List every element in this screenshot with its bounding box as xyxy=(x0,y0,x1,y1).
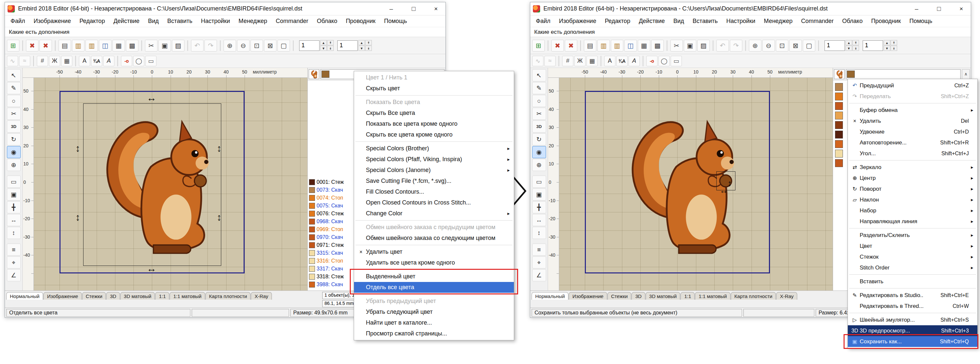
print-icon[interactable]: ▩ xyxy=(126,40,138,52)
thread-color-swatch[interactable] xyxy=(835,93,843,100)
current-color-swatch[interactable] xyxy=(321,71,329,78)
oval-icon[interactable]: ◯ xyxy=(133,56,144,66)
hoop-frame-icon[interactable]: ▢ xyxy=(277,40,290,52)
center-tool-icon[interactable]: ⌖ xyxy=(7,256,21,269)
move-tool-icon[interactable]: ╋ xyxy=(532,201,546,213)
design-thumbnail[interactable] xyxy=(309,69,319,79)
remove-all-stitches-icon[interactable]: ✖ xyxy=(565,40,577,52)
undo-icon[interactable]: ↶ xyxy=(716,40,729,52)
zoom-tool-icon[interactable]: ⊕ xyxy=(7,159,21,171)
rotate-tool-icon[interactable]: ↻ xyxy=(7,133,21,146)
menu-item[interactable]: Буфер обмена ► xyxy=(848,105,977,116)
zoom-all-icon[interactable]: ⊠ xyxy=(264,40,277,52)
grid-settings-icon[interactable]: # xyxy=(37,56,48,66)
menubar-item[interactable]: Облако xyxy=(313,18,342,25)
grid-settings-icon[interactable]: # xyxy=(562,56,573,66)
menubar-item[interactable]: Редактор xyxy=(601,18,635,25)
menubar-item[interactable]: Проводник xyxy=(867,18,905,25)
view-3d-tool-icon[interactable]: 3D xyxy=(7,120,21,133)
design-thumbnail[interactable] xyxy=(834,69,845,79)
view-tab[interactable]: 3D матовый xyxy=(646,292,681,300)
small-o-icon[interactable]: -о xyxy=(121,56,132,66)
addon-menu-item[interactable]: Какие есть дополнения xyxy=(9,29,69,35)
step-down-icon[interactable]: ▼ xyxy=(846,46,852,51)
menu-item[interactable]: Удалить все цвета кроме одного xyxy=(354,257,514,268)
view-tab[interactable]: 3D матовый xyxy=(120,292,155,300)
current-thread-strip[interactable] xyxy=(846,69,961,79)
center-tool-icon[interactable]: ⌖ xyxy=(532,256,546,269)
menubar-item[interactable]: Вставить xyxy=(689,18,722,25)
resize-handle-horizontal-icon[interactable]: ↔ xyxy=(146,264,156,274)
paste-icon[interactable]: ▨ xyxy=(697,40,710,52)
menu-item[interactable]: Убрать следующий цвет xyxy=(354,307,514,317)
design-canvas[interactable]: ↔ ↕ xyxy=(559,78,833,290)
maximize-button[interactable]: □ xyxy=(929,2,948,16)
menubar-item[interactable]: Изображение xyxy=(29,18,75,25)
pointer-tool-icon[interactable]: ↖ xyxy=(7,69,21,81)
pointer-tool-icon[interactable]: ↖ xyxy=(532,69,546,81)
menu-item[interactable]: Обмен швейного заказа с предыдущим цвето… xyxy=(354,222,514,233)
menubar-item[interactable]: Изображение xyxy=(555,18,600,25)
minimize-button[interactable]: – xyxy=(907,2,926,16)
maximize-button[interactable]: □ xyxy=(404,2,423,16)
menu-item[interactable]: Выделенный цвет xyxy=(354,271,514,282)
menu-item[interactable]: Направляющая линия ► xyxy=(848,216,977,227)
jump-first-icon[interactable]: ↟ xyxy=(891,40,897,45)
view-tab[interactable]: Стежки xyxy=(608,292,632,300)
knife-tool-icon[interactable]: ✂ xyxy=(7,108,21,120)
menu-item[interactable]: ▱ Наклон ► xyxy=(848,194,977,205)
minimize-button[interactable]: – xyxy=(382,2,401,16)
menubar-item[interactable]: Помощь xyxy=(905,18,937,25)
menubar-item[interactable]: Редактор xyxy=(75,18,109,25)
menu-item[interactable]: Fill Closed Contours... xyxy=(354,187,514,197)
rect-select-tool-icon[interactable]: ▭ xyxy=(7,176,21,188)
sew-simulator-icon[interactable]: ∿ xyxy=(532,56,543,66)
menu-item[interactable]: Special Colors (Brother) ► xyxy=(354,143,514,154)
zoom-in-icon[interactable]: ⊕ xyxy=(749,40,761,52)
sew-simulator-icon[interactable]: ∿ xyxy=(7,56,18,66)
font-normal-icon[interactable]: А xyxy=(604,56,616,66)
knife-tool-icon[interactable]: ✂ xyxy=(532,108,546,120)
view-tab[interactable]: 3D xyxy=(632,292,645,300)
move-handle-vertical-icon[interactable]: ↕ xyxy=(727,179,732,187)
remove-stitches-icon[interactable]: ✖ xyxy=(26,40,38,52)
stitch-points-icon[interactable]: ≈ xyxy=(544,56,555,66)
stitch-points-icon[interactable]: ≈ xyxy=(19,56,30,66)
view-tab[interactable]: Стежки xyxy=(82,292,106,300)
open-file-icon[interactable]: ▥ xyxy=(72,40,84,52)
pattern-fill-icon[interactable]: Ж xyxy=(49,56,60,66)
view-tab[interactable]: Изображение xyxy=(569,292,607,300)
jump-last-icon[interactable]: ↡ xyxy=(365,46,372,51)
copy-icon[interactable]: ▣ xyxy=(159,40,171,52)
jump-first-icon[interactable]: ↟ xyxy=(365,40,372,45)
menu-item[interactable]: ⊕ Центр ► xyxy=(848,173,977,184)
resize-handle-vertical-icon[interactable]: ↕ xyxy=(75,143,80,153)
view-tab[interactable]: 1:1 xyxy=(155,292,169,300)
lasso-tool-icon[interactable]: ○ xyxy=(532,95,546,107)
mirror-vertical-tool-icon[interactable]: ↕ xyxy=(7,227,21,239)
menu-item[interactable]: Stitch Order ► xyxy=(848,262,977,273)
new-file-icon[interactable]: ▤ xyxy=(584,40,597,52)
menu-item[interactable]: Убрать предыдущий цвет xyxy=(354,296,514,307)
jump-last-icon[interactable]: ↡ xyxy=(891,46,897,51)
open-file-icon[interactable]: ▥ xyxy=(597,40,610,52)
cut-icon[interactable]: ✂ xyxy=(670,40,683,52)
menu-item[interactable]: Набор ► xyxy=(848,205,977,216)
menu-item[interactable]: Отдель все цвета xyxy=(354,282,514,293)
menubar-item[interactable]: Файл xyxy=(531,18,555,25)
menubar-item[interactable]: Менеджер xyxy=(759,18,797,25)
menu-item[interactable]: ✎ Редактировать в Studio.. Shift+Ctrl+E xyxy=(848,290,977,301)
jump-last-icon[interactable]: ↡ xyxy=(327,46,334,51)
color-number-input[interactable] xyxy=(337,40,358,51)
zoom-all-icon[interactable]: ⊠ xyxy=(789,40,802,52)
thread-color-swatch[interactable] xyxy=(835,140,843,148)
step-down-icon[interactable]: ▼ xyxy=(358,46,365,51)
menubar-item[interactable]: Действие xyxy=(109,18,144,25)
view-tab[interactable]: Изображение xyxy=(43,292,82,300)
menubar-item[interactable]: Файл xyxy=(6,18,29,25)
menubar-item[interactable]: Вставить xyxy=(163,18,197,25)
import-file-icon[interactable]: ▥ xyxy=(86,40,98,52)
menu-item[interactable]: × Удалить цвет xyxy=(354,247,514,257)
close-button[interactable]: × xyxy=(426,2,445,16)
copy-icon[interactable]: ▣ xyxy=(684,40,696,52)
